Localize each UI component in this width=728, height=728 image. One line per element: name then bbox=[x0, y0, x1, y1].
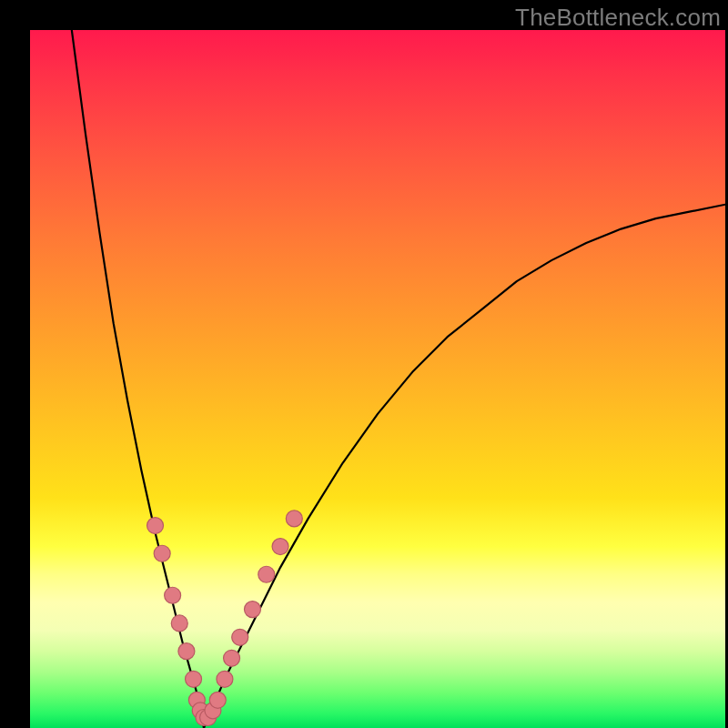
plot-gradient-background bbox=[30, 30, 725, 728]
watermark-text: TheBottleneck.com bbox=[515, 4, 721, 32]
chart-container: TheBottleneck.com bbox=[0, 0, 728, 728]
